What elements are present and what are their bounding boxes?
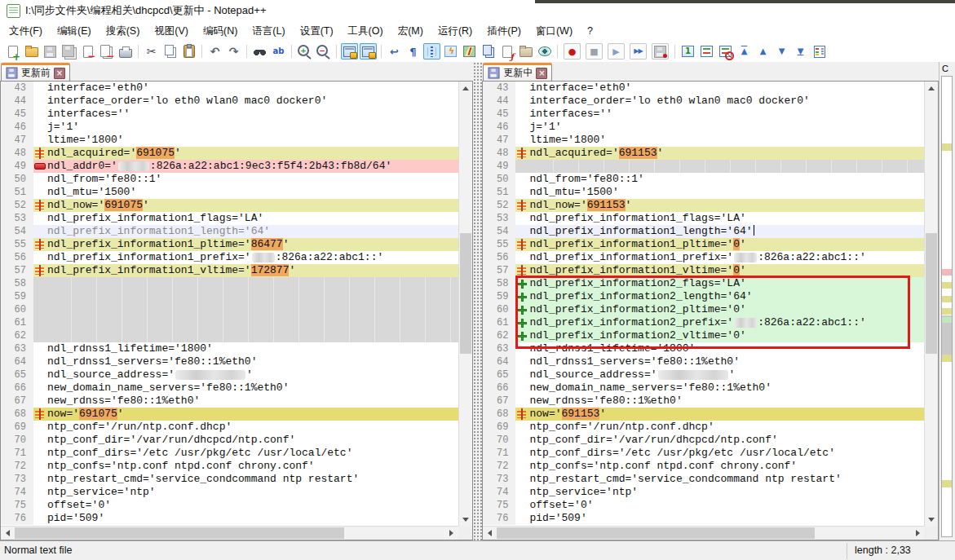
code-line-right-66[interactable]: 66new_domain_name_servers='fe80::1%eth0' xyxy=(483,381,924,395)
code-line-left-47[interactable]: 47ltime='1800' xyxy=(1,134,458,147)
print-button[interactable] xyxy=(117,43,134,60)
code-line-left-45[interactable]: 45interfaces='' xyxy=(1,108,458,121)
code-line-left-66[interactable]: 66new_domain_name_servers='fe80::1%eth0' xyxy=(1,381,458,395)
code-line-right-71[interactable]: 71ntp_conf_dirs='/etc /usr/pkg/etc /usr/… xyxy=(483,447,924,460)
code-line-right-49[interactable]: 49 xyxy=(483,160,924,173)
code-line-left-74[interactable]: 74ntp_service='ntp' xyxy=(1,486,458,499)
sync-vertical-scrolling-button[interactable] xyxy=(341,43,358,60)
code-area-right[interactable]: 43interface='eth0'44interface_order='lo … xyxy=(483,82,924,526)
code-line-right-55[interactable]: 55ndl_prefix_information1_pltime='0' xyxy=(483,238,924,251)
code-line-left-63[interactable]: 63ndl_rdnss1_lifetime='1800' xyxy=(1,342,458,355)
menu-item-0[interactable]: 文件(F) xyxy=(2,22,50,41)
code-line-right-60[interactable]: 60ndl_prefix_information2_pltime='0' xyxy=(483,303,924,316)
open-file-button[interactable] xyxy=(23,43,40,60)
compare-next-diff-button[interactable]: ▼ xyxy=(773,43,790,60)
code-line-right-43[interactable]: 43interface='eth0' xyxy=(483,82,924,95)
new-file-button[interactable] xyxy=(4,43,21,60)
find-button[interactable] xyxy=(251,43,268,60)
copy-button[interactable] xyxy=(161,43,179,60)
menu-item-10[interactable]: 插件(P) xyxy=(480,22,528,41)
code-line-left-53[interactable]: 53ndl_prefix_information1_flags='LA' xyxy=(1,212,458,225)
code-line-left-57[interactable]: 57ndl_prefix_information1_vltime='172877… xyxy=(1,264,458,277)
scroll-right-button[interactable] xyxy=(445,527,458,540)
cut-button[interactable]: ✂ xyxy=(143,43,160,60)
compare-nav-bar-button[interactable] xyxy=(811,43,828,60)
code-line-left-65[interactable]: 65ndl_source_address='' xyxy=(1,368,458,381)
code-line-right-45[interactable]: 45interfaces='' xyxy=(483,108,924,121)
code-line-right-53[interactable]: 53ndl_prefix_information1_flags='LA' xyxy=(483,212,924,225)
menu-item-3[interactable]: 视图(V) xyxy=(147,22,196,41)
code-line-right-65[interactable]: 65ndl_source_address='' xyxy=(483,368,924,381)
code-line-left-43[interactable]: 43interface='eth0' xyxy=(1,82,458,95)
code-line-right-74[interactable]: 74ntp_service='ntp' xyxy=(483,486,924,499)
code-line-left-50[interactable]: 50ndl_from='fe80::1' xyxy=(1,173,458,186)
scroll-up-button[interactable] xyxy=(459,82,472,95)
scroll-up-button[interactable] xyxy=(925,82,938,95)
show-all-characters-button[interactable]: ¶ xyxy=(405,43,422,60)
code-area-left[interactable]: 43interface='eth0'44interface_order='lo … xyxy=(1,82,458,526)
menu-item-12[interactable]: ? xyxy=(580,23,600,39)
macro-stop-button[interactable]: ■ xyxy=(586,43,603,60)
macro-run-multiple-button[interactable]: ▶▶ xyxy=(630,43,647,60)
compare-clear-button[interactable] xyxy=(717,43,734,60)
file-monitoring-button[interactable] xyxy=(536,43,553,60)
code-line-right-67[interactable]: 67new_rdnss='fe80::1%eth0' xyxy=(483,395,924,408)
macro-record-button[interactable]: ● xyxy=(564,43,581,60)
close-button[interactable] xyxy=(79,43,96,60)
menu-item-1[interactable]: 编辑(E) xyxy=(50,22,99,41)
code-line-right-70[interactable]: 70ntp_conf_dir='/var/run/dhcpcd/ntp.conf… xyxy=(483,434,924,447)
code-line-right-61[interactable]: 61ndl_prefix_information2_prefix=':826a:… xyxy=(483,316,924,329)
code-line-right-47[interactable]: 47ltime='1800' xyxy=(483,134,924,147)
code-line-right-52[interactable]: 52ndl_now='691153' xyxy=(483,199,924,212)
vertical-scroll-thumb[interactable] xyxy=(926,233,937,354)
code-line-left-70[interactable]: 70ntp_conf_dir='/var/run/dhcpcd/ntp.conf… xyxy=(1,434,458,447)
document-map-button[interactable] xyxy=(461,43,478,60)
code-line-right-48[interactable]: 48ndl_acquired='691153' xyxy=(483,147,924,160)
code-line-left-76[interactable]: 76pid='509' xyxy=(1,512,458,525)
code-line-right-51[interactable]: 51ndl_mtu='1500' xyxy=(483,186,924,199)
vertical-scroll-thumb[interactable] xyxy=(460,233,471,354)
zoom-out-button[interactable] xyxy=(315,43,332,60)
code-line-right-68[interactable]: 68now='691153' xyxy=(483,408,924,421)
code-line-left-56[interactable]: 56ndl_prefix_information1_prefix=':826a:… xyxy=(1,251,458,264)
code-line-right-57[interactable]: 57ndl_prefix_information1_vltime='0' xyxy=(483,264,924,277)
scroll-right-button[interactable] xyxy=(911,527,924,540)
code-line-right-59[interactable]: 59ndl_prefix_information2_length='64' xyxy=(483,290,924,303)
horizontal-scrollbar-right[interactable] xyxy=(483,526,924,540)
close-all-button[interactable] xyxy=(98,43,115,60)
document-switcher-button[interactable] xyxy=(480,43,497,60)
menu-item-11[interactable]: 窗口(W) xyxy=(528,22,580,41)
code-line-right-76[interactable]: 76pid='509' xyxy=(483,512,924,525)
word-wrap-button[interactable]: ↩ xyxy=(386,43,403,60)
code-line-left-48[interactable]: 48ndl_acquired='691075' xyxy=(1,147,458,160)
redo-button[interactable]: ↷ xyxy=(225,43,242,60)
code-line-right-64[interactable]: 64ndl_rdnss1_servers='fe80::1%eth0' xyxy=(483,355,924,368)
diff-overview-strip[interactable] xyxy=(941,76,953,537)
menu-item-8[interactable]: 宏(M) xyxy=(391,22,431,41)
code-line-left-51[interactable]: 51ndl_mtu='1500' xyxy=(1,186,458,199)
macro-save-button[interactable] xyxy=(652,43,669,60)
code-line-left-58[interactable]: 58 xyxy=(1,277,458,290)
menu-item-9[interactable]: 运行(R) xyxy=(431,22,480,41)
compare-prev-diff-button[interactable]: ▲ xyxy=(754,43,772,60)
code-line-left-62[interactable]: 62 xyxy=(1,329,458,342)
code-line-right-54[interactable]: 54ndl_prefix_information1_length='64' xyxy=(483,225,924,238)
close-tab-icon[interactable] xyxy=(536,68,547,79)
code-line-left-61[interactable]: 61 xyxy=(1,316,458,329)
function-list-button[interactable] xyxy=(498,43,515,60)
tab-updating[interactable]: 更新中 xyxy=(483,63,552,81)
code-line-right-73[interactable]: 73ntp_restart_cmd='service_condcommand n… xyxy=(483,473,924,486)
code-line-right-56[interactable]: 56ndl_prefix_information1_prefix=':826a:… xyxy=(483,251,924,264)
close-tab-icon[interactable] xyxy=(54,68,65,79)
compare-last-diff-button[interactable]: ▼ xyxy=(792,43,809,60)
menu-item-5[interactable]: 语言(L) xyxy=(245,22,292,41)
code-line-left-46[interactable]: 46j='1' xyxy=(1,121,458,134)
show-indent-guide-button[interactable] xyxy=(423,43,440,60)
code-line-right-62[interactable]: 62ndl_prefix_information2_vltime='0' xyxy=(483,329,924,342)
save-button[interactable] xyxy=(42,43,59,60)
vertical-scrollbar-right[interactable] xyxy=(924,82,938,526)
paste-button[interactable] xyxy=(180,43,197,60)
code-line-right-75[interactable]: 75offset='0' xyxy=(483,499,924,512)
vertical-scrollbar-left[interactable] xyxy=(458,82,472,526)
undo-button[interactable]: ↶ xyxy=(206,43,223,60)
